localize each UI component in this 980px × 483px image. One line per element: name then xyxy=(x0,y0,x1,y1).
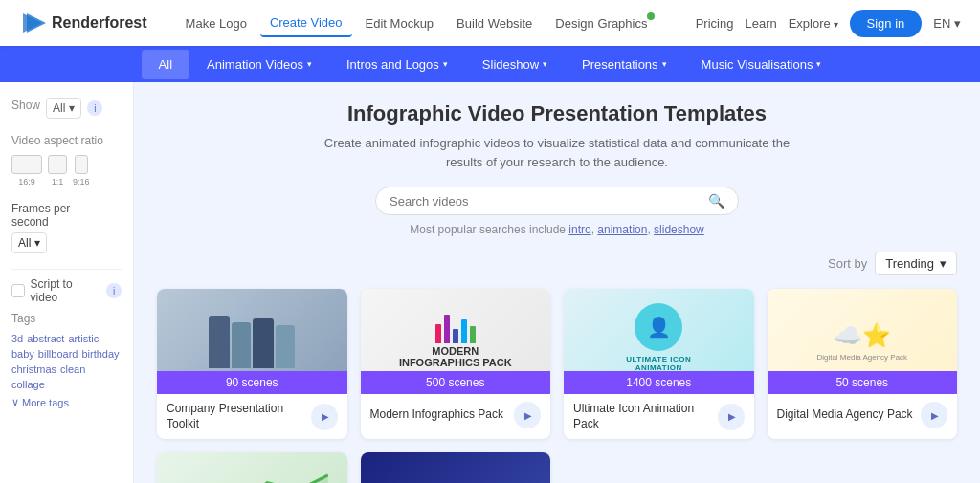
nav-learn[interactable]: Learn xyxy=(745,16,776,31)
chevron-down-icon: ▾ xyxy=(662,59,667,69)
script-info-icon[interactable]: i xyxy=(106,283,122,298)
script-checkbox[interactable] xyxy=(11,284,25,297)
tag-christmas[interactable]: christmas xyxy=(11,363,56,375)
more-tags-button[interactable]: ∨ More tags xyxy=(11,396,122,408)
digital-pack-text: Digital Media Agency Pack xyxy=(816,353,907,362)
card-title-4: Digital Media Agency Pack xyxy=(777,407,922,423)
aspect-label-tall: 9:16 xyxy=(73,177,90,187)
tag-baby[interactable]: baby xyxy=(11,348,34,360)
scenes-badge-3: 1400 scenes xyxy=(564,371,754,394)
popular-slideshow[interactable]: slideshow xyxy=(654,223,704,236)
card-thumb-6: SEE THE BEST STATISTICS ABOUT SOCIAL MED… xyxy=(361,452,551,483)
video-card-4[interactable]: ☁️⭐ Digital Media Agency Pack 50 scenes … xyxy=(768,289,958,439)
sort-select[interactable]: Trending ▾ xyxy=(875,252,957,275)
card-thumb-5 xyxy=(157,452,347,483)
tag-billboard[interactable]: billboard xyxy=(38,348,78,360)
aspect-box-tall xyxy=(75,155,88,174)
tag-artistic[interactable]: artistic xyxy=(68,333,99,344)
signin-button[interactable]: Sign in xyxy=(850,10,923,37)
card-title-1: Company Presentation Toolkit xyxy=(167,402,311,431)
video-card-1[interactable]: 90 scenes Company Presentation Toolkit ▶ xyxy=(157,289,347,439)
svg-marker-1 xyxy=(27,13,46,33)
nav-edit-mockup[interactable]: Edit Mockup xyxy=(356,11,444,36)
script-to-video-row: Script to video i xyxy=(11,269,122,312)
video-grid: 90 scenes Company Presentation Toolkit ▶ xyxy=(157,289,957,483)
logo-icon xyxy=(19,10,46,36)
popular-animation[interactable]: animation xyxy=(597,223,647,236)
tag-collage[interactable]: collage xyxy=(11,379,45,390)
sec-nav-slideshow[interactable]: Slideshow ▾ xyxy=(465,50,565,79)
main-nav: Make Logo Create Video Edit Mockup Build… xyxy=(176,10,696,37)
aspect-9-16[interactable]: 9:16 xyxy=(73,155,90,187)
show-select[interactable]: All ▾ xyxy=(46,98,81,119)
nav-make-logo[interactable]: Make Logo xyxy=(176,11,256,36)
tag-clean[interactable]: clean xyxy=(60,363,85,375)
top-navigation: Renderforest Make Logo Create Video Edit… xyxy=(0,0,980,46)
page-title: Infographic Video Presentation Templates xyxy=(157,101,957,126)
script-label: Script to video xyxy=(31,277,100,304)
card-info-1: Company Presentation Toolkit ▶ xyxy=(157,394,347,439)
card-title-3: Ultimate Icon Animation Pack xyxy=(573,402,718,431)
fps-select[interactable]: All ▾ xyxy=(11,232,47,253)
tags-label: Tags xyxy=(11,312,122,325)
icon-circle: 👤 xyxy=(635,303,682,351)
video-card-3[interactable]: 👤 ULTIMATE ICONANIMATIONPACK 1400 scenes… xyxy=(564,289,754,439)
video-card-5[interactable]: Growth Chart Pack ▶ xyxy=(157,452,347,483)
new-badge xyxy=(647,12,655,20)
scenes-badge-1: 90 scenes xyxy=(157,371,347,394)
chevron-down-icon: ▾ xyxy=(816,59,821,69)
card-thumb-1: 90 scenes xyxy=(157,289,347,394)
play-button-3[interactable]: ▶ xyxy=(718,404,745,430)
nav-create-video[interactable]: Create Video xyxy=(260,10,352,37)
aspect-1-1[interactable]: 1:1 xyxy=(48,155,67,187)
digital-icon: ☁️⭐ xyxy=(834,322,891,349)
search-button[interactable]: 🔍 xyxy=(708,193,724,209)
tag-birthday[interactable]: birthday xyxy=(81,348,119,360)
play-icon: ▶ xyxy=(931,410,939,421)
play-button-4[interactable]: ▶ xyxy=(921,402,947,428)
show-label: Show xyxy=(11,99,40,112)
chevron-down-icon: ▾ xyxy=(307,59,312,69)
search-input[interactable] xyxy=(390,194,701,209)
sort-row: Sort by Trending ▾ xyxy=(157,252,957,275)
chevron-down-icon: ▾ xyxy=(543,59,547,69)
scenes-badge-2: 500 scenes xyxy=(361,371,551,394)
video-card-2[interactable]: MODERNINFOGRAPHICS PACK 500 scenes Moder… xyxy=(361,289,551,439)
aspect-box-wide xyxy=(11,155,42,174)
tags-section: Tags 3d abstract artistic baby billboard… xyxy=(11,312,122,408)
nav-right: Pricing Learn Explore Sign in EN ▾ xyxy=(696,10,961,37)
popular-searches: Most popular searches include intro, ani… xyxy=(157,223,957,236)
tag-abstract[interactable]: abstract xyxy=(27,333,64,344)
card-info-4: Digital Media Agency Pack ▶ xyxy=(768,394,958,436)
svg-marker-2 xyxy=(176,474,328,483)
sec-nav-animation[interactable]: Animation Videos ▾ xyxy=(189,50,329,79)
nav-design-graphics[interactable]: Design Graphics xyxy=(546,11,657,36)
tags-list: 3d abstract artistic baby billboard birt… xyxy=(11,333,122,390)
sec-nav-music[interactable]: Music Visualisations ▾ xyxy=(684,50,839,79)
nav-build-website[interactable]: Build Website xyxy=(447,11,542,36)
play-button-2[interactable]: ▶ xyxy=(514,402,541,428)
card-thumb-2: MODERNINFOGRAPHICS PACK 500 scenes xyxy=(361,289,551,394)
tag-3d[interactable]: 3d xyxy=(11,333,23,344)
logo[interactable]: Renderforest xyxy=(19,10,147,36)
language-selector[interactable]: EN ▾ xyxy=(933,16,961,31)
infographic-pack-text: MODERNINFOGRAPHICS PACK xyxy=(399,345,512,368)
popular-intro[interactable]: intro xyxy=(568,223,590,236)
sec-nav-presentations[interactable]: Presentations ▾ xyxy=(565,50,684,79)
play-button-1[interactable]: ▶ xyxy=(311,404,338,430)
chevron-down-icon: ▾ xyxy=(34,236,40,250)
main-layout: Show All ▾ i Video aspect ratio 16:9 1:1 xyxy=(0,82,980,483)
show-info-icon[interactable]: i xyxy=(87,100,102,116)
play-icon: ▶ xyxy=(728,411,736,422)
sec-nav-intros[interactable]: Intros and Logos ▾ xyxy=(329,50,465,79)
nav-explore[interactable]: Explore xyxy=(789,16,838,31)
video-card-6[interactable]: SEE THE BEST STATISTICS ABOUT SOCIAL MED… xyxy=(361,452,551,483)
card-title-2: Modern Infographics Pack xyxy=(370,407,515,423)
sec-nav-all[interactable]: All xyxy=(142,50,189,79)
card-thumb-4: ☁️⭐ Digital Media Agency Pack 50 scenes xyxy=(768,289,958,394)
aspect-16-9[interactable]: 16:9 xyxy=(11,155,42,187)
nav-pricing[interactable]: Pricing xyxy=(696,16,734,31)
card-info-2: Modern Infographics Pack ▶ xyxy=(361,394,551,436)
chevron-down-icon: ∨ xyxy=(11,396,19,408)
icon-anim-content: 👤 ULTIMATE ICONANIMATIONPACK xyxy=(626,303,691,381)
